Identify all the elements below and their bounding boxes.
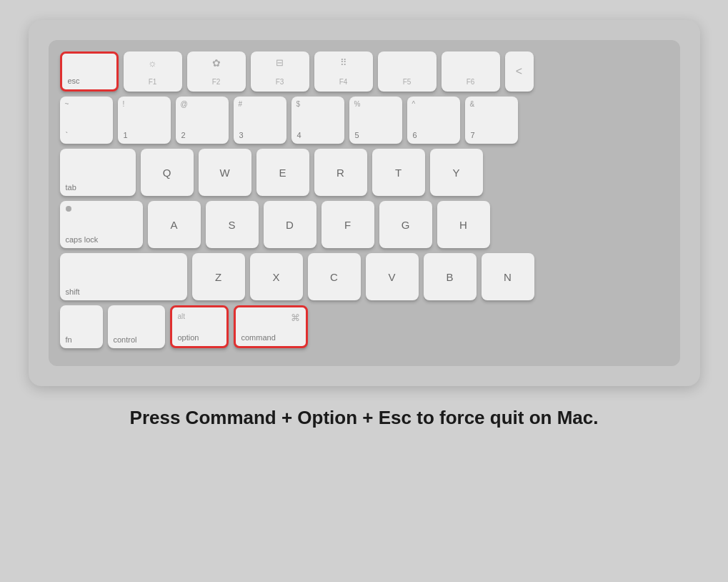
command-label: command	[241, 333, 276, 342]
x-label: X	[272, 271, 279, 283]
3-label: 3	[239, 131, 244, 139]
7-key[interactable]: & 7	[465, 97, 518, 144]
option-key[interactable]: alt option	[170, 305, 229, 348]
z-key[interactable]: Z	[192, 253, 245, 300]
fn-label: fn	[66, 335, 72, 344]
f6-key[interactable]: F6	[442, 51, 500, 92]
caps-indicator	[66, 206, 71, 212]
shift-key[interactable]: shift	[60, 253, 187, 300]
5-label: 5	[355, 131, 359, 139]
f1-icon: ☼	[148, 57, 157, 69]
a-label: A	[170, 219, 177, 231]
f-key[interactable]: F	[321, 201, 374, 248]
zxcv-row: shift Z X C V B N	[60, 253, 669, 300]
esc-label: esc	[68, 77, 80, 85]
t-key[interactable]: T	[372, 149, 425, 196]
c-label: C	[330, 271, 338, 283]
control-key[interactable]: control	[108, 305, 165, 348]
f3-icon: ⊟	[276, 57, 284, 68]
f3-key[interactable]: ⊟ F3	[251, 51, 309, 92]
command-icon: ⌘	[291, 312, 300, 323]
f6-label: F6	[467, 78, 475, 86]
6-top: ^	[412, 100, 416, 108]
d-label: D	[286, 219, 294, 231]
3-key[interactable]: # 3	[234, 97, 286, 144]
function-row: esc ☼ F1 ✿ F2 ⊟ F3 ⠿ F4 F5 F6	[60, 51, 669, 92]
r-label: R	[336, 167, 344, 179]
g-label: G	[402, 219, 410, 231]
keyboard-inner: esc ☼ F1 ✿ F2 ⊟ F3 ⠿ F4 F5 F6	[49, 40, 680, 366]
y-key[interactable]: Y	[430, 149, 483, 196]
f2-label: F2	[212, 78, 221, 86]
e-label: E	[279, 167, 286, 179]
4-top: $	[296, 100, 301, 108]
b-key[interactable]: B	[424, 253, 477, 300]
5-key[interactable]: % 5	[349, 97, 402, 144]
f-label: F	[344, 219, 351, 231]
f1-label: F1	[149, 78, 157, 86]
2-key[interactable]: @ 2	[176, 97, 229, 144]
b-label: B	[446, 271, 453, 283]
tab-key[interactable]: tab	[60, 149, 136, 196]
asdf-row: caps lock A S D F G H	[60, 201, 669, 248]
3-top: #	[239, 100, 243, 108]
f1-key[interactable]: ☼ F1	[124, 51, 182, 92]
tilde-top: ~	[65, 100, 69, 108]
5-top: %	[354, 100, 361, 108]
4-label: 4	[297, 131, 301, 139]
f3-label: F3	[276, 78, 284, 86]
z-label: Z	[215, 271, 221, 283]
y-label: Y	[452, 167, 459, 179]
s-key[interactable]: S	[206, 201, 259, 248]
7-top: &	[470, 100, 475, 108]
4-key[interactable]: $ 4	[291, 97, 344, 144]
a-key[interactable]: A	[148, 201, 201, 248]
n-key[interactable]: N	[482, 253, 534, 300]
f5-label: F5	[403, 78, 412, 86]
caps-key[interactable]: caps lock	[60, 201, 143, 248]
h-key[interactable]: H	[437, 201, 490, 248]
bottom-row: fn control alt option ⌘ command	[60, 305, 669, 348]
g-key[interactable]: G	[379, 201, 432, 248]
w-key[interactable]: W	[199, 149, 251, 196]
keyboard-container: esc ☼ F1 ✿ F2 ⊟ F3 ⠿ F4 F5 F6	[29, 20, 700, 386]
1-label: 1	[124, 131, 128, 139]
f5-key[interactable]: F5	[378, 51, 437, 92]
f4-icon: ⠿	[340, 57, 347, 68]
shift-label: shift	[66, 287, 80, 296]
1-key[interactable]: ! 1	[118, 97, 171, 144]
v-key[interactable]: V	[366, 253, 419, 300]
f4-key[interactable]: ⠿ F4	[314, 51, 373, 92]
n-label: N	[504, 271, 512, 283]
c-key[interactable]: C	[308, 253, 361, 300]
more-key[interactable]: <	[505, 51, 534, 92]
d-key[interactable]: D	[264, 201, 316, 248]
command-key[interactable]: ⌘ command	[234, 305, 308, 348]
overflow-icon: <	[516, 65, 522, 78]
q-label: Q	[163, 167, 171, 179]
s-label: S	[228, 219, 235, 231]
f2-icon: ✿	[212, 57, 221, 69]
esc-key[interactable]: esc	[60, 51, 119, 92]
f2-key[interactable]: ✿ F2	[187, 51, 246, 92]
2-label: 2	[181, 131, 186, 139]
option-label: option	[178, 333, 199, 342]
tab-label: tab	[66, 183, 76, 192]
t-label: T	[395, 167, 402, 179]
alt-top-label: alt	[178, 312, 186, 320]
fn-key[interactable]: fn	[60, 305, 103, 348]
x-key[interactable]: X	[250, 253, 303, 300]
q-key[interactable]: Q	[141, 149, 194, 196]
2-top: @	[181, 100, 188, 108]
tilde-key[interactable]: ~ `	[60, 97, 113, 144]
r-key[interactable]: R	[314, 149, 367, 196]
caption: Press Command + Option + Esc to force qu…	[116, 406, 613, 430]
caps-label: caps lock	[66, 235, 99, 244]
6-label: 6	[413, 131, 417, 139]
number-row: ~ ` ! 1 @ 2 # 3 $ 4 % 5	[60, 97, 669, 144]
f4-label: F4	[339, 78, 348, 86]
e-key[interactable]: E	[256, 149, 309, 196]
7-label: 7	[471, 131, 475, 139]
6-key[interactable]: ^ 6	[407, 97, 460, 144]
1-top: !	[123, 100, 125, 108]
